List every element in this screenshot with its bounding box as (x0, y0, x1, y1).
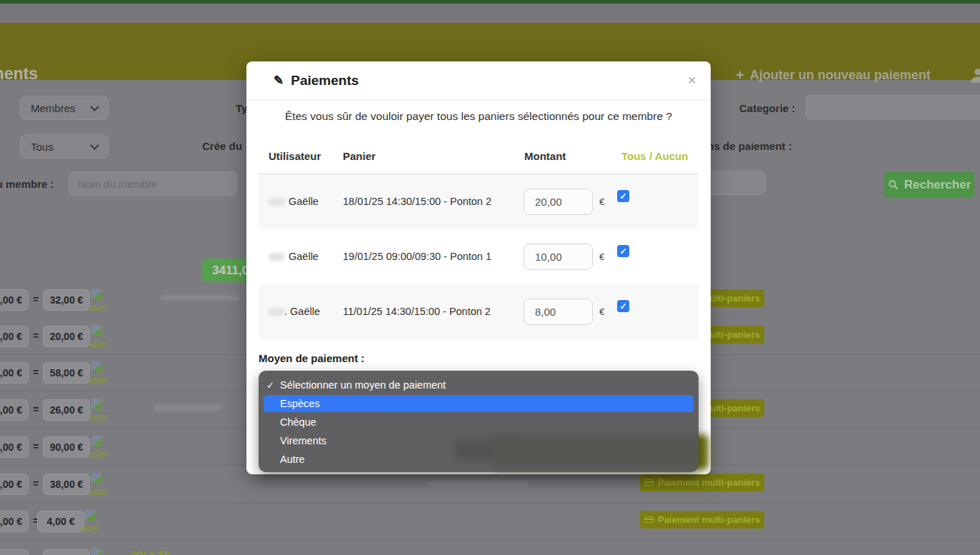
membres-select-value: Membres (31, 102, 76, 114)
option-label: Espèces (280, 398, 320, 409)
user-link[interactable]: user (89, 338, 108, 349)
currency-symbol: € (599, 196, 604, 207)
credit-card-icon (644, 479, 654, 486)
multi-basket-payment-button[interactable]: Paiement multi-paniers (640, 474, 764, 491)
equals-sign: = (33, 404, 39, 415)
edit-icon[interactable] (91, 361, 103, 373)
option-label: Autre (280, 454, 305, 465)
user-link[interactable]: user (89, 301, 108, 313)
montant-input[interactable]: 10,00 (524, 244, 593, 270)
amount-paid-box: 38,00 € (43, 474, 90, 495)
amount-paid-box: 32,00 € (43, 289, 90, 311)
browser-chrome-bar (0, 4, 980, 23)
option-label: Sélectionner un moyen de paiement (280, 379, 446, 391)
panier-description: 19/01/25 09:00/09:30 - Ponton 1 (343, 251, 491, 262)
check-icon: ✓ (266, 380, 274, 391)
currency-symbol: € (599, 306, 604, 317)
payment-row: ,00 € = 4,00 € user Paiement multi-panie… (0, 504, 980, 540)
amount-paid-box: 14,00 € (43, 549, 90, 555)
amount-original-box: 0,00 € (0, 549, 29, 555)
row-checkbox[interactable]: ✓ (617, 190, 629, 202)
user-link[interactable]: user (89, 411, 108, 423)
col-utilisateur: Utilisateur (269, 150, 321, 162)
pencil-icon: ✎ (274, 73, 284, 88)
col-tous-aucun[interactable]: Tous / Aucun (621, 150, 688, 162)
montant-input[interactable]: 20,00 (524, 189, 593, 215)
user-icon[interactable] (969, 66, 980, 84)
payment-method-dropdown: ✓ Sélectionner un moyen de paiement Espè… (259, 371, 699, 472)
tous-select[interactable]: Tous (20, 134, 109, 159)
categorie-input[interactable] (806, 95, 980, 119)
edit-icon[interactable] (91, 548, 103, 555)
basket-row: Gaëlle 19/01/25 09:00/09:30 - Ponton 1 1… (259, 229, 699, 284)
user-name: Gaëlle (289, 196, 319, 207)
row-checkbox[interactable]: ✓ (617, 245, 629, 257)
equals-sign: = (33, 294, 39, 305)
dropdown-option[interactable]: Virements (259, 431, 699, 450)
add-payment-button[interactable]: + Ajouter un nouveau paiement (736, 67, 931, 84)
modal-title: ✎ Paiements (274, 73, 359, 89)
chevron-down-icon (90, 102, 99, 111)
dropdown-option[interactable]: ✓ Sélectionner un moyen de paiement (259, 376, 699, 394)
member-name-placeholder: Nom du membre (78, 178, 158, 190)
col-panier: Panier (343, 150, 376, 162)
edit-icon[interactable] (91, 398, 103, 410)
credit-card-icon (644, 516, 654, 523)
modal-header: ✎ Paiements (246, 61, 711, 100)
row-checkbox[interactable]: ✓ (617, 300, 629, 312)
amount-original-box: 6,00 € (0, 399, 29, 421)
equals-sign: = (33, 330, 39, 341)
user-link[interactable]: user (89, 449, 108, 460)
option-label: Chèque (280, 416, 316, 428)
close-icon[interactable]: × (688, 72, 696, 87)
edit-icon[interactable] (91, 472, 103, 484)
amount-original-box: 2,00 € (0, 289, 29, 311)
search-button[interactable]: Rechercher (884, 171, 974, 198)
amount-paid-box: 20,00 € (43, 326, 90, 347)
user-link[interactable]: user (80, 523, 99, 534)
edit-icon[interactable] (91, 324, 103, 336)
equals-sign: = (33, 478, 39, 489)
plus-icon: + (736, 67, 744, 84)
user-name: Gaëlle (289, 251, 319, 262)
page-title: Paiements (0, 64, 38, 84)
tous-select-value: Tous (31, 141, 54, 153)
redacted-text (161, 295, 239, 301)
edit-icon[interactable] (91, 435, 103, 447)
multi-basket-payment-button[interactable]: Paiement multi-paniers (640, 511, 764, 529)
redacted-name (269, 308, 284, 316)
table-header-row: Utilisateur Panier Montant Tous / Aucun (259, 150, 699, 174)
user-link[interactable]: user (89, 486, 108, 497)
amount-paid-box: 90,00 € (43, 436, 90, 458)
edit-icon[interactable] (84, 509, 96, 521)
amount-original-box: 0,00 € (0, 362, 29, 384)
chevron-down-icon (90, 141, 99, 150)
multi-basket-label: Paiement multi-paniers (658, 514, 760, 525)
member-name-input[interactable]: Nom du membre (69, 171, 237, 196)
member-name-link[interactable]: JOLY Th (130, 549, 170, 555)
amount-paid-box: 58,00 € (43, 362, 90, 384)
equals-sign: = (33, 366, 39, 378)
amount-original-box: 0,00 € (0, 436, 29, 458)
col-montant: Montant (524, 150, 566, 162)
paiements-modal: ✎ Paiements × Êtes vous sûr de vouloir p… (246, 61, 711, 474)
currency-symbol: € (599, 251, 604, 262)
amount-original-box: 0,00 € (0, 326, 29, 347)
dropdown-option[interactable]: Chèque (259, 413, 699, 431)
option-label: Virements (280, 435, 326, 446)
equals-sign: = (33, 441, 39, 452)
amount-original-box: ,00 € (0, 511, 29, 532)
member-name-label: Nom du membre : (0, 178, 54, 190)
edit-icon[interactable] (91, 288, 103, 300)
redacted-text (429, 481, 529, 486)
search-icon (888, 179, 899, 190)
user-name: . Gaëlle (284, 306, 320, 317)
montant-input[interactable]: 8,00 (524, 299, 593, 325)
amount-original-box: 8,00 € (0, 474, 29, 495)
dropdown-option-selected[interactable]: Espèces (264, 395, 694, 412)
amount-paid-box: 4,00 € (37, 511, 84, 532)
user-link[interactable]: user (89, 374, 108, 386)
modal-title-text: Paiements (291, 73, 359, 89)
membres-select[interactable]: Membres (20, 96, 109, 120)
dropdown-option[interactable]: Autre (259, 450, 699, 469)
